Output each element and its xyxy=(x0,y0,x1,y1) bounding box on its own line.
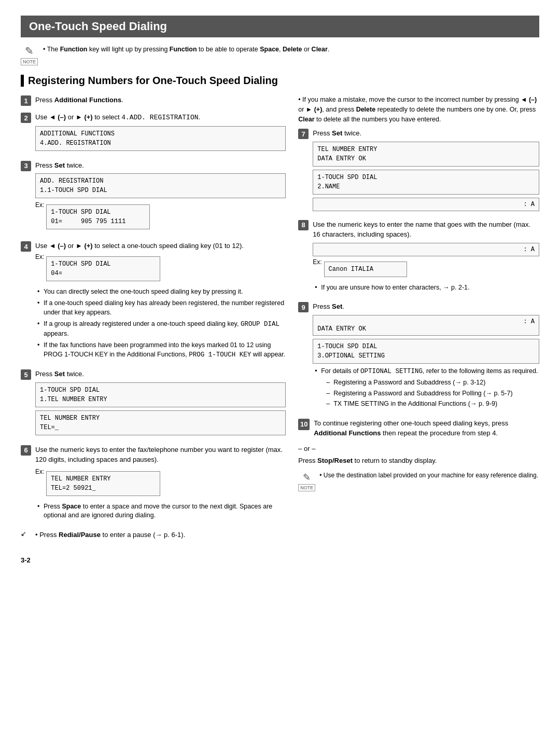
step-3-lcd2: 1-TOUCH SPD DIAL 01= 905 795 1111 xyxy=(46,204,150,229)
step-4-bullet-1: You can directly select the one-touch sp… xyxy=(37,287,286,297)
step-8-bullet-1: If you are unsure how to enter character… xyxy=(315,283,539,293)
step-8-num: 8 xyxy=(298,220,309,230)
step-4-text: Use ◄ (–) or ► (+) to select a one-touch… xyxy=(35,242,244,250)
step-6-ex-label: Ex: xyxy=(35,468,44,475)
step-6-text: Use the numeric keys to enter the fax/te… xyxy=(35,446,283,464)
step-8-lcd: Canon ITALIA xyxy=(324,262,407,277)
step-7-lcd2: 1-TOUCH SPD DIAL 2.NAME xyxy=(313,170,539,195)
top-note: ✎ NOTE • The Function key will light up … xyxy=(21,45,539,65)
step-5-lcd1-line1: 1-TOUCH SPD DIAL xyxy=(40,386,281,395)
step-9-lcd1-val: DATA ENTRY OK xyxy=(317,325,535,333)
step-8-bullets: If you are unsure how to enter character… xyxy=(315,283,539,293)
step-3-num: 3 xyxy=(21,161,31,171)
step-3-lcd2-line2: 01= 905 795 1111 xyxy=(51,217,145,226)
step-1-num: 1 xyxy=(21,95,31,106)
step-8-ex-label: Ex: xyxy=(313,258,321,266)
pencil-icon-bottom: ✎ xyxy=(303,472,311,483)
step-10-num: 10 xyxy=(298,419,310,430)
step-9: 9 Press Set. : A DATA ENTRY OK 1-TOUCH S… xyxy=(298,301,539,412)
step-6-bullets: Press Space to enter a space and move th… xyxy=(37,502,286,520)
step-7: 7 Press Set twice. TEL NUMBER ENTRY DATA… xyxy=(298,128,539,213)
step-1: 1 Press Additional Functions. xyxy=(21,95,286,106)
step-5-lcd1-line2: 1.TEL NUMBER ENTRY xyxy=(40,395,281,404)
step-4-bullet-3: If a group is already registered under a… xyxy=(37,320,286,338)
step-6: 6 Use the numeric keys to enter the fax/… xyxy=(21,445,286,524)
step-2: 2 Use ◄ (–) or ► (+) to select 4.ADD. RE… xyxy=(21,112,286,154)
step-9-num: 9 xyxy=(298,302,309,312)
step-5-text: Press Set twice. xyxy=(35,370,84,378)
step-7-lcd1-line2: DATA ENTRY OK xyxy=(317,154,535,163)
bottom-note: ✎ NOTE • Use the destination label provi… xyxy=(298,472,539,491)
step-6-lcd-line1: TEL NUMBER ENTRY xyxy=(51,474,156,484)
right-column: • If you make a mistake, move the cursor… xyxy=(298,95,539,546)
section-heading: Registering Numbers for One-Touch Speed … xyxy=(21,75,539,87)
step-8: 8 Use the numeric keys to enter the name… xyxy=(298,219,539,296)
step-8-lcd-right: : A xyxy=(523,246,535,253)
step-3-lcd1: ADD. REGISTRATION 1.1-TOUCH SPD DIAL xyxy=(35,173,286,198)
step-4-lcd: 1-TOUCH SPD DIAL 04= xyxy=(46,256,160,281)
step-7-text: Press Set twice. xyxy=(313,129,361,137)
step-7-num: 7 xyxy=(298,129,309,139)
step-9-lcd1: : A DATA ENTRY OK xyxy=(313,315,539,336)
step-10: 10 To continue registering other one-tou… xyxy=(298,418,539,438)
or-divider: – or – xyxy=(298,445,539,452)
page-title: One-Touch Speed Dialing xyxy=(21,16,539,37)
step-7-lcd1: TEL NUMBER ENTRY DATA ENTRY OK xyxy=(313,142,539,167)
step-5-lcd2-line2: TEL=_ xyxy=(40,423,281,432)
step-5-lcd1: 1-TOUCH SPD DIAL 1.TEL NUMBER ENTRY xyxy=(35,382,286,407)
step-4-bullet-4: If the fax functions have been programme… xyxy=(37,341,286,360)
step-2-text: Use ◄ (–) or ► (+) to select 4.ADD. REGI… xyxy=(35,113,200,121)
step-4-bullet-2: If a one-touch speed dialing key has alr… xyxy=(37,299,286,317)
step-7-lcd3-right: : A xyxy=(523,201,535,208)
step-3-ex-row: Ex: 1-TOUCH SPD DIAL 01= 905 795 1111 xyxy=(35,201,286,232)
step-9-dash-3: TX TIME SETTING in the Additional Functi… xyxy=(326,400,539,409)
step-10b: Press Stop/Reset to return to standby di… xyxy=(298,456,539,466)
step-2-lcd: ADDITIONAL FUNCTIONS 4.ADD. REGISTRATION xyxy=(35,126,286,151)
step-4-lcd-line1: 1-TOUCH SPD DIAL xyxy=(51,259,156,269)
step-8-text: Use the numeric keys to enter the name t… xyxy=(313,221,530,239)
step-5: 5 Press Set twice. 1-TOUCH SPD DIAL 1.TE… xyxy=(21,369,286,438)
step-4-ex-row: Ex: 1-TOUCH SPD DIAL 04= xyxy=(35,253,286,284)
step-6-lcd: TEL NUMBER ENTRY TEL=2 50921_ xyxy=(46,471,160,496)
right-col-note: • If you make a mistake, move the cursor… xyxy=(298,95,539,124)
step-9-dash-2: Registering a Password and Subaddress fo… xyxy=(326,389,539,398)
step-6b: ↙ • Press Redial/Pause to enter a pause … xyxy=(21,530,286,540)
step-9-dash-1: Registering a Password and Subaddress (→… xyxy=(326,378,539,388)
bottom-note-text: • Use the destination label provided on … xyxy=(319,472,538,479)
step-9-lcd2-line2: 3.OPTIONAL SETTING xyxy=(317,351,535,361)
step-3-text: Press Set twice. xyxy=(35,161,84,169)
step-2-num: 2 xyxy=(21,113,31,123)
step-5-lcd2: TEL NUMBER ENTRY TEL=_ xyxy=(35,410,286,435)
step-9-lcd1-right: : A xyxy=(523,318,535,325)
step-8-lcd-val: Canon ITALIA xyxy=(329,266,373,273)
step-6b-text: • Press Redial/Pause to enter a pause (→… xyxy=(35,531,185,539)
step-4: 4 Use ◄ (–) or ► (+) to select a one-tou… xyxy=(21,241,286,363)
left-column: 1 Press Additional Functions. 2 Use ◄ (–… xyxy=(21,95,286,546)
step-6-ex-row: Ex: TEL NUMBER ENTRY TEL=2 50921_ xyxy=(35,468,286,499)
page-number: 3-2 xyxy=(21,556,539,564)
step-9-text: Press Set. xyxy=(313,302,344,310)
step-6-bullet-1: Press Space to enter a space and move th… xyxy=(37,502,286,520)
step-7-lcd2-line1: 1-TOUCH SPD DIAL xyxy=(317,173,535,182)
step-4-bullets: You can directly select the one-touch sp… xyxy=(37,287,286,360)
step-7-lcd2-line2: 2.NAME xyxy=(317,182,535,191)
step-7-lcd1-line1: TEL NUMBER ENTRY xyxy=(317,145,535,154)
step-6-num: 6 xyxy=(21,445,31,456)
step-2-lcd-line1: ADDITIONAL FUNCTIONS xyxy=(40,129,281,139)
step-3-lcd1-line1: ADD. REGISTRATION xyxy=(40,176,281,186)
step-9-dash-list: Registering a Password and Subaddress (→… xyxy=(326,378,539,409)
step-5-lcd2-line1: TEL NUMBER ENTRY xyxy=(40,414,281,423)
step-4-lcd-line2: 04= xyxy=(51,269,156,278)
step-3-lcd2-line1: 1-TOUCH SPD DIAL xyxy=(51,208,145,217)
step-9-bullets: For details of OPTIONAL SETTING, refer t… xyxy=(315,367,539,409)
step-10-text: To continue registering other one-touch … xyxy=(314,419,508,437)
step-9-bullet-1: For details of OPTIONAL SETTING, refer t… xyxy=(315,367,539,409)
pencil-icon: ✎ xyxy=(25,45,34,57)
step-3: 3 Press Set twice. ADD. REGISTRATION 1.1… xyxy=(21,160,286,235)
top-note-text: • The Function key will light up by pres… xyxy=(43,45,329,54)
step-1-text: Press Additional Functions. xyxy=(35,96,123,104)
step-8-lcd-top: : A xyxy=(313,243,539,256)
step-9-lcd2: 1-TOUCH SPD DIAL 3.OPTIONAL SETTING xyxy=(313,339,539,364)
step-6-lcd-line2: TEL=2 50921_ xyxy=(51,484,156,493)
step-9-lcd2-line1: 1-TOUCH SPD DIAL xyxy=(317,342,535,351)
